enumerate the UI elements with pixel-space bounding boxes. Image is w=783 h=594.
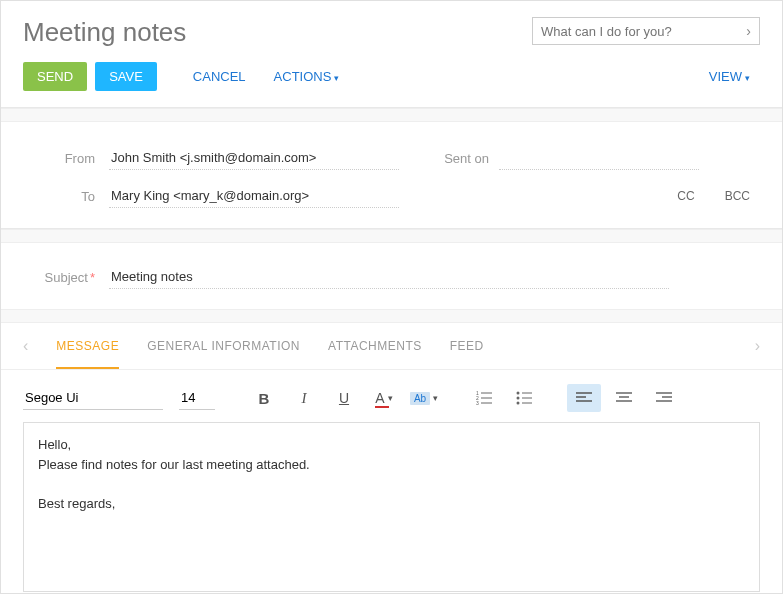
search-box[interactable]: › — [532, 17, 760, 45]
tab-feed[interactable]: FEED — [450, 323, 484, 369]
svg-text:3: 3 — [476, 400, 479, 405]
caret-down-icon: ▾ — [334, 73, 339, 83]
caret-down-icon: ▾ — [745, 73, 750, 83]
subject-label: Subject* — [23, 270, 109, 285]
message-body-editor[interactable]: Hello,Please find notes for our last mee… — [23, 422, 760, 592]
ordered-list-icon: 123 — [476, 391, 492, 405]
tab-attachments[interactable]: ATTACHMENTS — [328, 323, 422, 369]
italic-button[interactable]: I — [287, 384, 321, 412]
underline-button[interactable]: U — [327, 384, 361, 412]
subject-field[interactable] — [109, 265, 669, 289]
align-left-icon — [576, 392, 592, 404]
page-title: Meeting notes — [23, 17, 186, 48]
search-input[interactable] — [541, 24, 731, 39]
caret-down-icon: ▾ — [433, 393, 438, 403]
highlight-button[interactable]: Ab▾ — [407, 384, 441, 412]
send-button[interactable]: SEND — [23, 62, 87, 91]
cc-button[interactable]: CC — [677, 189, 694, 203]
ordered-list-button[interactable]: 123 — [467, 384, 501, 412]
cancel-button[interactable]: CANCEL — [183, 62, 256, 91]
font-family-select[interactable] — [23, 386, 163, 410]
tabs-scroll-left[interactable]: ‹ — [23, 323, 28, 369]
actions-dropdown[interactable]: ACTIONS▾ — [264, 62, 350, 91]
svg-point-7 — [517, 397, 520, 400]
from-field[interactable] — [109, 146, 399, 170]
save-button[interactable]: SAVE — [95, 62, 157, 91]
to-field[interactable] — [109, 184, 399, 208]
chevron-right-icon: › — [746, 23, 751, 39]
svg-point-6 — [517, 392, 520, 395]
align-right-button[interactable] — [647, 384, 681, 412]
sent-on-label: Sent on — [439, 151, 499, 166]
tab-general-information[interactable]: GENERAL INFORMATION — [147, 323, 300, 369]
align-right-icon — [656, 392, 672, 404]
bcc-button[interactable]: BCC — [725, 189, 750, 203]
to-label: To — [23, 189, 109, 204]
unordered-list-button[interactable] — [507, 384, 541, 412]
view-dropdown[interactable]: VIEW▾ — [699, 62, 760, 91]
svg-point-8 — [517, 402, 520, 405]
font-color-button[interactable]: A▾ — [367, 384, 401, 412]
align-center-icon — [616, 392, 632, 404]
tabs-scroll-right[interactable]: › — [755, 323, 760, 369]
sent-on-field[interactable] — [499, 146, 699, 170]
tab-message[interactable]: MESSAGE — [56, 323, 119, 369]
font-size-select[interactable] — [179, 386, 215, 410]
caret-down-icon: ▾ — [388, 393, 393, 403]
from-label: From — [23, 151, 109, 166]
align-left-button[interactable] — [567, 384, 601, 412]
unordered-list-icon — [516, 391, 532, 405]
align-center-button[interactable] — [607, 384, 641, 412]
bold-button[interactable]: B — [247, 384, 281, 412]
